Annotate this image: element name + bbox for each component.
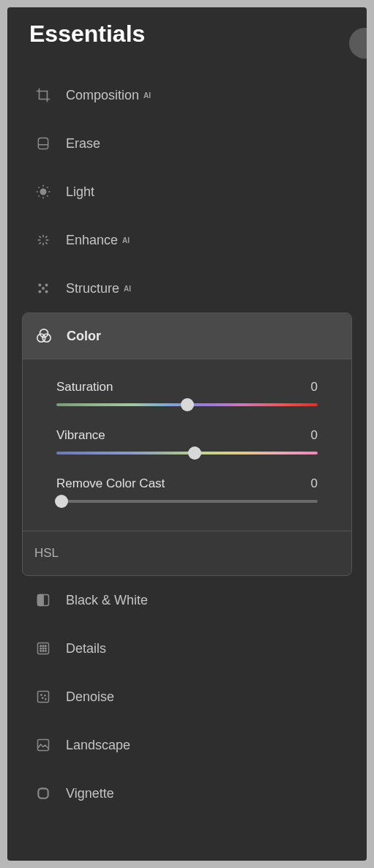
panel-title: Essentials: [22, 20, 352, 48]
svg-rect-44: [38, 740, 49, 751]
tool-denoise[interactable]: Denoise: [22, 673, 352, 721]
saturation-value[interactable]: 0: [311, 380, 318, 394]
remove-cast-slider[interactable]: [56, 500, 318, 503]
svg-line-9: [38, 195, 39, 196]
black-white-icon: [35, 592, 51, 608]
svg-point-19: [38, 283, 41, 286]
tool-black-white[interactable]: Black & White: [22, 576, 352, 624]
tool-label: Color: [67, 329, 101, 344]
svg-rect-45: [38, 788, 48, 798]
svg-point-34: [42, 648, 44, 649]
structure-icon: [35, 280, 51, 296]
details-icon: [35, 640, 51, 656]
vignette-icon: [35, 785, 51, 801]
tool-vignette[interactable]: Vignette: [22, 769, 352, 818]
slider-thumb[interactable]: [188, 446, 201, 460]
tool-composition[interactable]: Composition AI: [22, 71, 352, 119]
svg-line-15: [40, 236, 41, 238]
svg-point-21: [42, 287, 45, 290]
svg-point-30: [40, 646, 42, 647]
remove-cast-group: Remove Color Cast 0: [56, 476, 318, 503]
svg-point-24: [40, 329, 48, 337]
tool-label: Vignette: [66, 786, 114, 801]
vibrance-group: Vibrance 0: [56, 428, 318, 454]
saturation-slider[interactable]: [56, 403, 318, 406]
vibrance-label: Vibrance: [56, 428, 105, 443]
svg-rect-39: [38, 692, 49, 703]
tool-color-header[interactable]: Color: [23, 313, 351, 359]
saturation-group: Saturation 0: [56, 380, 318, 406]
color-sliders: Saturation 0 Vibrance 0: [23, 359, 351, 531]
crop-icon: [35, 87, 51, 103]
svg-line-8: [47, 195, 48, 196]
tool-label: Landscape: [66, 738, 130, 753]
slider-thumb[interactable]: [55, 495, 68, 508]
svg-rect-28: [38, 595, 44, 606]
svg-point-35: [45, 648, 47, 649]
tool-label: Structure AI: [66, 281, 131, 296]
tool-landscape[interactable]: Landscape: [22, 721, 352, 769]
tool-label: Light: [66, 184, 94, 200]
essentials-panel: Essentials Composition AI Erase: [7, 7, 367, 861]
tool-structure[interactable]: Structure AI: [22, 264, 352, 313]
svg-rect-0: [38, 138, 48, 149]
svg-point-42: [42, 697, 43, 698]
tool-label: Denoise: [66, 689, 114, 705]
svg-point-23: [45, 291, 48, 293]
hsl-section[interactable]: HSL: [23, 531, 351, 575]
svg-point-41: [45, 695, 45, 696]
tool-label: Details: [66, 641, 106, 656]
hsl-label: HSL: [34, 546, 59, 560]
light-icon: [35, 184, 51, 200]
slider-thumb[interactable]: [181, 398, 194, 411]
svg-point-31: [42, 646, 44, 647]
svg-line-18: [45, 236, 47, 238]
tool-light[interactable]: Light: [22, 168, 352, 216]
svg-point-32: [45, 646, 47, 647]
tool-list: Composition AI Erase: [22, 71, 352, 818]
svg-point-37: [42, 651, 44, 652]
svg-point-40: [41, 695, 42, 695]
svg-point-20: [45, 283, 48, 286]
tool-label: Black & White: [66, 593, 148, 608]
tool-enhance[interactable]: Enhance AI: [22, 216, 352, 264]
svg-line-7: [38, 187, 39, 187]
svg-point-36: [40, 651, 42, 652]
svg-point-26: [42, 334, 51, 342]
denoise-icon: [35, 689, 51, 705]
landscape-icon: [35, 737, 51, 753]
tool-label: Enhance AI: [66, 233, 130, 248]
svg-line-16: [45, 242, 47, 244]
saturation-label: Saturation: [56, 380, 113, 394]
vibrance-value[interactable]: 0: [311, 428, 318, 443]
erase-icon: [35, 135, 51, 151]
tool-color-expanded: Color Saturation 0 Vibrance 0: [22, 313, 352, 576]
remove-cast-value[interactable]: 0: [311, 476, 318, 491]
svg-point-33: [40, 648, 42, 649]
enhance-icon: [35, 232, 51, 248]
svg-point-43: [45, 699, 46, 700]
tool-label: Erase: [66, 136, 100, 151]
svg-point-2: [40, 189, 45, 194]
svg-point-38: [45, 651, 47, 652]
vibrance-slider[interactable]: [56, 452, 318, 454]
tool-label: Composition AI: [66, 88, 151, 103]
svg-line-17: [40, 242, 41, 244]
color-icon: [36, 328, 52, 344]
tool-details[interactable]: Details: [22, 624, 352, 673]
svg-point-22: [38, 291, 41, 293]
remove-cast-label: Remove Color Cast: [56, 476, 165, 491]
svg-line-10: [47, 187, 48, 187]
tool-erase[interactable]: Erase: [22, 119, 352, 168]
